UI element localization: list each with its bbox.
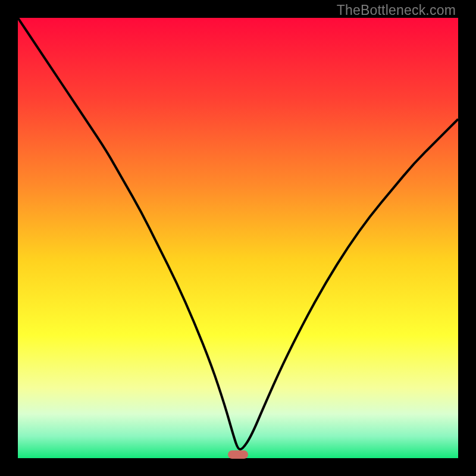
bottleneck-chart bbox=[18, 18, 458, 458]
optimal-point-marker bbox=[228, 450, 248, 459]
gradient-background bbox=[18, 18, 458, 458]
chart-area bbox=[18, 18, 458, 458]
watermark-text: TheBottleneck.com bbox=[337, 2, 456, 18]
